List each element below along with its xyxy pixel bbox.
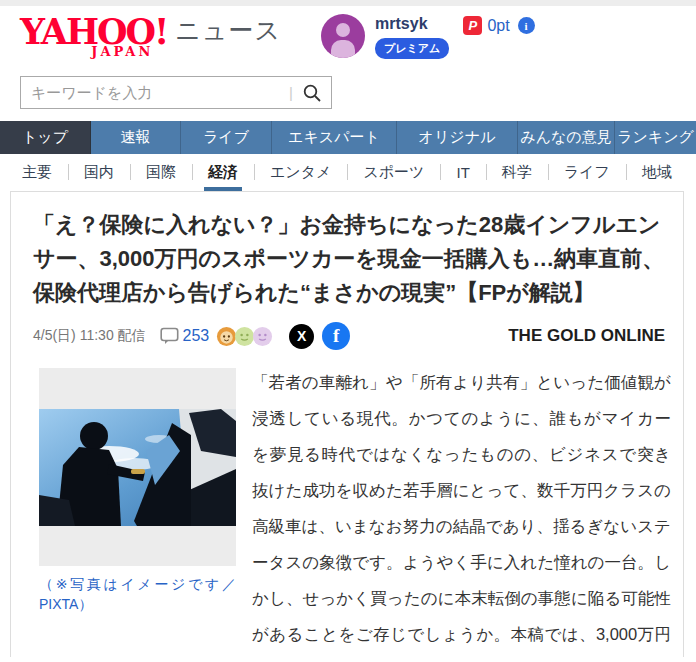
comment-count: 253: [183, 327, 210, 345]
site-header: YAHOO! JAPAN ニュース mrtsyk プレミアム P 0pt i: [0, 6, 696, 68]
category-keizai[interactable]: 経済: [192, 154, 254, 191]
share-x-button[interactable]: X: [289, 324, 314, 349]
search-box: |: [20, 76, 332, 109]
article-photo: [39, 409, 236, 526]
tab-sokuho[interactable]: 速報: [91, 121, 181, 154]
yahoo-japan-news-logo[interactable]: YAHOO! JAPAN ニュース: [20, 14, 281, 59]
points-value: 0pt: [487, 17, 509, 35]
category-nav: 主要 国内 国際 経済 エンタメ スポーツ IT 科学 ライフ 地域: [0, 154, 696, 191]
search-input[interactable]: [21, 84, 289, 101]
search-button[interactable]: [293, 77, 331, 108]
article-title: 「え？保険に入れない？」お金持ちになった28歳インフルエンサー、3,000万円の…: [11, 192, 683, 318]
category-sports[interactable]: スポーツ: [347, 154, 440, 191]
comment-bubble-icon: [160, 327, 179, 345]
reaction-emoji-new-view-icon[interactable]: [252, 326, 273, 347]
user-meta: mrtsyk プレミアム: [375, 14, 449, 59]
search-row: |: [0, 68, 696, 121]
category-kagaku[interactable]: 科学: [486, 154, 548, 191]
article-body-section: （※写真はイメージです／PIXTA） 「若者の車離れ」や「所有より共有」といった…: [11, 350, 683, 662]
tab-expert[interactable]: エキスパート: [272, 121, 397, 154]
premium-badge[interactable]: プレミアム: [375, 38, 449, 59]
user-area: mrtsyk プレミアム P 0pt i: [321, 14, 535, 59]
category-kokunai[interactable]: 国内: [68, 154, 130, 191]
category-it[interactable]: IT: [440, 154, 485, 191]
share-facebook-button[interactable]: f: [322, 322, 350, 350]
avatar-person-icon-body: [331, 40, 355, 58]
article-image-frame[interactable]: [39, 368, 236, 566]
category-entame[interactable]: エンタメ: [254, 154, 347, 191]
tab-top[interactable]: トップ: [0, 121, 91, 154]
article-figure: （※写真はイメージです／PIXTA）: [39, 368, 236, 614]
main-nav: トップ 速報 ライブ エキスパート オリジナル みんなの意見 ランキング: [0, 121, 696, 154]
paypay-icon: P: [463, 16, 482, 35]
user-avatar[interactable]: [321, 14, 365, 58]
publish-date: 4/5(日) 11:30 配信: [33, 327, 146, 345]
category-chiiki[interactable]: 地域: [626, 154, 688, 191]
tab-live[interactable]: ライブ: [181, 121, 272, 154]
tab-ranking[interactable]: ランキング: [615, 121, 696, 154]
article-meta-row: 4/5(日) 11:30 配信 253: [11, 318, 683, 350]
news-service-label: ニュース: [175, 14, 281, 59]
category-shuyo[interactable]: 主要: [6, 154, 68, 191]
username[interactable]: mrtsyk: [375, 14, 449, 34]
article-card: 「え？保険に入れない？」お金持ちになった28歳インフルエンサー、3,000万円の…: [10, 191, 684, 657]
image-caption[interactable]: （※写真はイメージです／PIXTA）: [39, 574, 236, 614]
search-icon: [302, 83, 322, 103]
category-life[interactable]: ライフ: [548, 154, 626, 191]
comment-link[interactable]: 253: [160, 327, 210, 345]
publisher-logo[interactable]: THE GOLD ONLINE: [508, 326, 665, 346]
paypay-points[interactable]: P 0pt i: [463, 16, 534, 35]
meta-left: 4/5(日) 11:30 配信 253: [33, 322, 350, 350]
category-kokusai[interactable]: 国際: [130, 154, 192, 191]
tab-original[interactable]: オリジナル: [397, 121, 518, 154]
avatar-person-icon: [336, 23, 350, 37]
info-icon[interactable]: i: [518, 17, 535, 34]
yahoo-logo: YAHOO! JAPAN: [20, 14, 167, 59]
tab-opinions[interactable]: みんなの意見: [518, 121, 615, 154]
reaction-emojis: [219, 326, 273, 347]
